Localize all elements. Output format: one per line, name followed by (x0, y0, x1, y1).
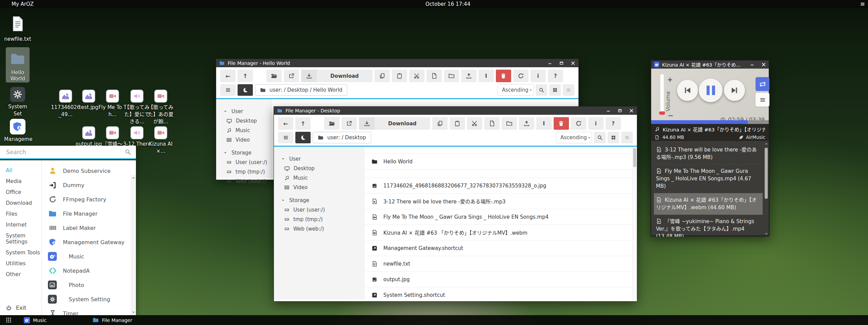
file-row[interactable]: output.jpg (365, 272, 637, 287)
new-file-button[interactable] (427, 70, 442, 82)
delete-button[interactable] (554, 117, 569, 130)
taskbar-item-music[interactable]: Music (21, 315, 49, 325)
sidebar-item-tmp-drive[interactable]: tmp (tmp:/) (216, 167, 272, 177)
app-photo[interactable]: Photo (48, 278, 136, 292)
file-row[interactable]: 117346026_4968186883206677_3276783073763… (365, 178, 637, 194)
file-row[interactable]: Hello World (365, 154, 637, 169)
breadcrumb[interactable]: user: / Desktop (313, 132, 371, 143)
grid-view-button[interactable] (549, 84, 561, 96)
category-all[interactable]: All (0, 165, 41, 176)
sort-dropdown[interactable]: Ascending (498, 84, 534, 96)
up-button[interactable]: ↑ (295, 117, 311, 130)
playlist-scrollbar[interactable] (764, 142, 768, 235)
scrollbar[interactable] (632, 147, 637, 300)
refresh-button[interactable] (571, 117, 586, 130)
playlist-item[interactable]: 『雪峰 ~yukimine~ Piano & Strings Ver.』を歌って… (654, 215, 763, 237)
sidebar-section-storage[interactable]: Storage (274, 196, 365, 205)
category-system-settings[interactable]: System Settings (0, 230, 41, 247)
download-button[interactable]: Download (359, 117, 430, 130)
dark-mode-button[interactable] (295, 132, 311, 143)
hamburger-menu-icon[interactable] (860, 1, 865, 7)
desktop-icon-management-gateway[interactable]: Manageme (4, 119, 31, 143)
app-ffmpeg-factory[interactable]: FFmpeg Factory (48, 192, 136, 206)
help-button[interactable]: ? (548, 70, 563, 82)
next-track-button[interactable] (724, 80, 745, 101)
sidebar-section-storage[interactable]: Storage (216, 148, 272, 158)
category-system-tools[interactable]: System Tools (0, 247, 41, 258)
playlist-item[interactable]: Fly Me To The Moon _ Gawr Gura Sings _ H… (654, 164, 763, 193)
download-button[interactable]: Download (301, 70, 372, 82)
title-bar[interactable]: Kizuna AI × 花譜 #63「かりそめ」【... (651, 60, 769, 69)
sidebar-item-tmp-drive[interactable]: tmp (tmp:/) (274, 215, 365, 224)
sidebar-item-music[interactable]: Music (274, 173, 365, 183)
minimize-button[interactable] (750, 62, 754, 67)
sidebar-item-user-drive[interactable]: User (user:/) (216, 158, 272, 167)
upload-button[interactable] (519, 117, 534, 130)
playlist-item-active[interactable]: Kizuna AI × 花譜 #63「かりそめ」【オリジナルMV】.webm (… (654, 193, 763, 215)
rename-button[interactable]: I (479, 70, 494, 82)
playlist-item[interactable]: 3-12 There will be love there -愛のある場所-.m… (654, 143, 763, 164)
file-row[interactable]: newfile.txt (365, 256, 637, 272)
menu-button[interactable] (220, 84, 236, 96)
desktop[interactable]: My ArOZ October 16 17:44 newfile.txt Hel… (0, 0, 868, 325)
scroll-down-icon[interactable] (765, 232, 768, 235)
sidebar-item-desktop[interactable]: Desktop (216, 116, 272, 126)
app-management-gateway[interactable]: Management Gateway (48, 235, 136, 249)
paste-button[interactable] (450, 117, 465, 130)
file-row[interactable]: Management Gateway.shortcut (365, 240, 637, 256)
volume-handle[interactable] (659, 111, 665, 115)
app-file-manager[interactable]: File Manager (48, 206, 136, 221)
breadcrumb[interactable]: user: / Desktop / Hello World (255, 84, 347, 96)
app-system-setting[interactable]: System Setting (48, 292, 136, 306)
cut-button[interactable] (409, 70, 424, 82)
progress-bar[interactable] (651, 120, 769, 124)
desktop-icon-newfile[interactable]: newfile.txt (4, 15, 31, 43)
taskbar-item-file-manager[interactable]: File Manager (90, 315, 135, 325)
minimize-button[interactable] (606, 108, 611, 113)
dark-mode-button[interactable] (238, 84, 253, 96)
playlist-toggle-button[interactable] (756, 93, 769, 107)
category-download[interactable]: Download (0, 198, 41, 209)
category-office[interactable]: Office (0, 187, 41, 198)
sidebar-item-video[interactable]: Video (274, 183, 365, 192)
title-bar[interactable]: File Manager - Desktop (274, 107, 637, 115)
sidebar-item-user-drive[interactable]: User (user:/) (274, 205, 365, 215)
app-notepada[interactable]: NotepadA (48, 264, 136, 278)
search-input[interactable] (5, 148, 125, 156)
cut-button[interactable] (467, 117, 482, 130)
list-view-button[interactable] (563, 84, 574, 96)
file-row[interactable]: 3-12 There will be love there -愛のある場所-.m… (365, 194, 637, 209)
open-button[interactable] (266, 70, 282, 82)
new-file-button[interactable] (484, 117, 500, 130)
copy-button[interactable] (432, 117, 448, 130)
refresh-button[interactable] (513, 70, 528, 82)
sidebar-item-web-drive[interactable]: Web (web:/) (274, 224, 365, 234)
close-button[interactable] (761, 62, 766, 67)
title-bar[interactable]: File Manager - Hello World (216, 59, 578, 67)
category-other[interactable]: Other (0, 269, 41, 280)
desktop-icon-helloworld[interactable]: Hello World (6, 47, 30, 83)
sidebar-item-video[interactable]: Video (216, 135, 272, 145)
scrollbar-thumb[interactable] (765, 148, 768, 199)
sort-dropdown[interactable]: Ascending (556, 132, 592, 143)
scroll-up-icon[interactable] (132, 176, 135, 180)
scroll-up-icon[interactable] (765, 142, 768, 146)
search-button[interactable] (536, 84, 547, 96)
sidebar-section-user[interactable]: User (274, 154, 365, 164)
app-demo-subservice[interactable]: Demo Subservice (48, 164, 136, 178)
open-button[interactable] (324, 117, 340, 130)
volume-slider[interactable] (660, 73, 664, 114)
app-label-maker[interactable]: Label Maker (48, 221, 136, 235)
sidebar-item-music[interactable]: Music (216, 126, 272, 135)
info-button[interactable]: i (531, 70, 546, 82)
grid-view-button[interactable] (608, 132, 619, 143)
copy-button[interactable] (375, 70, 390, 82)
category-files[interactable]: Files (0, 209, 41, 219)
scrollbar-thumb[interactable] (633, 148, 636, 167)
repeat-button[interactable] (756, 77, 769, 91)
previous-track-button[interactable] (677, 80, 698, 101)
paste-button[interactable] (392, 70, 407, 82)
exit-button[interactable]: Exit (6, 305, 26, 311)
category-internet[interactable]: Internet (0, 219, 41, 230)
sidebar-section-user[interactable]: User (216, 107, 272, 116)
